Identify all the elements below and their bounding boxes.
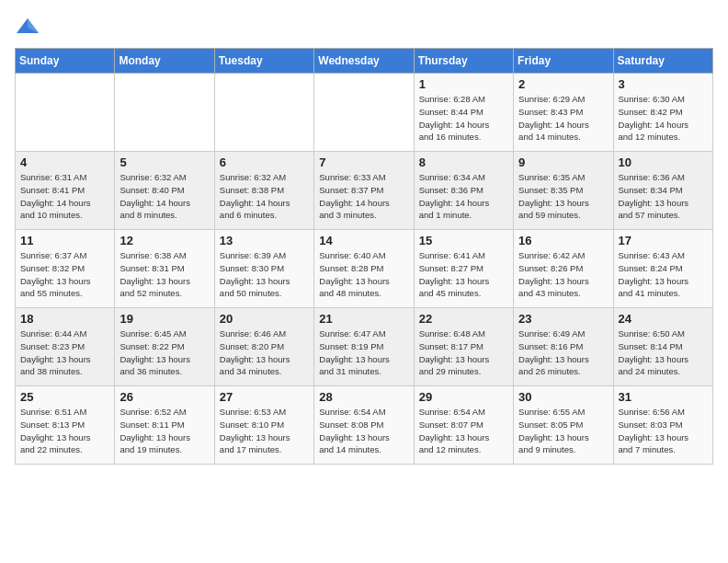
day-cell: 3Sunrise: 6:30 AM Sunset: 8:42 PM Daylig… (613, 74, 712, 152)
day-cell: 11Sunrise: 6:37 AM Sunset: 8:32 PM Dayli… (16, 230, 115, 308)
logo (15, 15, 44, 40)
day-number: 25 (20, 390, 109, 404)
day-cell: 8Sunrise: 6:34 AM Sunset: 8:36 PM Daylig… (414, 152, 513, 230)
day-info: Sunrise: 6:31 AM Sunset: 8:41 PM Dayligh… (20, 171, 109, 222)
day-cell: 14Sunrise: 6:40 AM Sunset: 8:28 PM Dayli… (314, 230, 414, 308)
day-header-wednesday: Wednesday (314, 49, 414, 74)
calendar-table: SundayMondayTuesdayWednesdayThursdayFrid… (15, 48, 713, 465)
day-cell: 5Sunrise: 6:32 AM Sunset: 8:40 PM Daylig… (115, 152, 214, 230)
day-number: 19 (119, 312, 209, 326)
day-number: 16 (518, 234, 608, 247)
day-header-monday: Monday (115, 49, 214, 74)
day-number: 10 (619, 155, 708, 169)
day-info: Sunrise: 6:30 AM Sunset: 8:42 PM Dayligh… (619, 93, 708, 144)
day-info: Sunrise: 6:36 AM Sunset: 8:34 PM Dayligh… (619, 171, 708, 222)
day-header-saturday: Saturday (613, 49, 712, 74)
day-cell: 10Sunrise: 6:36 AM Sunset: 8:34 PM Dayli… (613, 152, 712, 230)
day-number: 13 (220, 234, 309, 247)
day-info: Sunrise: 6:29 AM Sunset: 8:43 PM Dayligh… (518, 93, 608, 144)
day-info: Sunrise: 6:56 AM Sunset: 8:03 PM Dayligh… (619, 406, 708, 456)
day-header-thursday: Thursday (414, 49, 513, 74)
day-number: 30 (518, 390, 608, 404)
day-number: 18 (20, 312, 109, 326)
day-info: Sunrise: 6:38 AM Sunset: 8:31 PM Dayligh… (119, 249, 209, 300)
day-number: 14 (319, 234, 408, 247)
day-header-friday: Friday (514, 49, 613, 74)
day-number: 20 (220, 312, 309, 326)
day-number: 12 (119, 234, 209, 247)
day-number: 28 (319, 390, 408, 404)
day-number: 9 (518, 155, 608, 169)
day-info: Sunrise: 6:39 AM Sunset: 8:30 PM Dayligh… (220, 249, 309, 300)
day-cell: 4Sunrise: 6:31 AM Sunset: 8:41 PM Daylig… (16, 152, 115, 230)
day-info: Sunrise: 6:55 AM Sunset: 8:05 PM Dayligh… (518, 406, 608, 456)
day-cell: 29Sunrise: 6:54 AM Sunset: 8:07 PM Dayli… (414, 386, 513, 465)
day-number: 7 (319, 155, 408, 169)
day-info: Sunrise: 6:49 AM Sunset: 8:16 PM Dayligh… (518, 327, 608, 378)
day-cell: 24Sunrise: 6:50 AM Sunset: 8:14 PM Dayli… (613, 308, 712, 386)
day-cell: 7Sunrise: 6:33 AM Sunset: 8:37 PM Daylig… (314, 152, 414, 230)
day-cell: 13Sunrise: 6:39 AM Sunset: 8:30 PM Dayli… (214, 230, 313, 308)
day-cell: 18Sunrise: 6:44 AM Sunset: 8:23 PM Dayli… (16, 308, 115, 386)
day-cell: 17Sunrise: 6:43 AM Sunset: 8:24 PM Dayli… (613, 230, 712, 308)
day-info: Sunrise: 6:45 AM Sunset: 8:22 PM Dayligh… (119, 327, 209, 378)
day-number: 8 (419, 155, 508, 169)
day-number: 27 (220, 390, 309, 404)
day-number: 2 (518, 77, 608, 91)
day-number: 4 (20, 155, 109, 169)
day-cell: 6Sunrise: 6:32 AM Sunset: 8:38 PM Daylig… (214, 152, 313, 230)
day-number: 11 (20, 234, 109, 247)
day-cell: 1Sunrise: 6:28 AM Sunset: 8:44 PM Daylig… (414, 74, 513, 152)
day-info: Sunrise: 6:42 AM Sunset: 8:26 PM Dayligh… (518, 249, 608, 300)
day-info: Sunrise: 6:41 AM Sunset: 8:27 PM Dayligh… (419, 249, 508, 300)
day-number: 31 (619, 390, 708, 404)
day-info: Sunrise: 6:54 AM Sunset: 8:08 PM Dayligh… (319, 406, 408, 456)
week-row-4: 18Sunrise: 6:44 AM Sunset: 8:23 PM Dayli… (16, 308, 713, 386)
week-row-1: 1Sunrise: 6:28 AM Sunset: 8:44 PM Daylig… (16, 74, 713, 152)
day-number: 17 (619, 234, 708, 247)
day-header-tuesday: Tuesday (214, 49, 313, 74)
day-info: Sunrise: 6:32 AM Sunset: 8:38 PM Dayligh… (220, 171, 309, 222)
day-info: Sunrise: 6:40 AM Sunset: 8:28 PM Dayligh… (319, 249, 408, 300)
day-cell (214, 74, 313, 152)
day-header-sunday: Sunday (16, 49, 115, 74)
day-number: 22 (419, 312, 508, 326)
day-cell: 2Sunrise: 6:29 AM Sunset: 8:43 PM Daylig… (514, 74, 613, 152)
day-number: 3 (619, 77, 708, 91)
page-header (15, 15, 713, 40)
day-cell: 30Sunrise: 6:55 AM Sunset: 8:05 PM Dayli… (514, 386, 613, 465)
day-cell: 9Sunrise: 6:35 AM Sunset: 8:35 PM Daylig… (514, 152, 613, 230)
day-cell: 26Sunrise: 6:52 AM Sunset: 8:11 PM Dayli… (115, 386, 214, 465)
day-cell: 16Sunrise: 6:42 AM Sunset: 8:26 PM Dayli… (514, 230, 613, 308)
day-info: Sunrise: 6:43 AM Sunset: 8:24 PM Dayligh… (619, 249, 708, 300)
day-info: Sunrise: 6:51 AM Sunset: 8:13 PM Dayligh… (20, 406, 109, 456)
day-cell: 27Sunrise: 6:53 AM Sunset: 8:10 PM Dayli… (214, 386, 313, 465)
day-info: Sunrise: 6:32 AM Sunset: 8:40 PM Dayligh… (119, 171, 209, 222)
week-row-3: 11Sunrise: 6:37 AM Sunset: 8:32 PM Dayli… (16, 230, 713, 308)
day-info: Sunrise: 6:46 AM Sunset: 8:20 PM Dayligh… (220, 327, 309, 378)
day-number: 15 (419, 234, 508, 247)
day-cell (314, 74, 414, 152)
day-cell (16, 74, 115, 152)
day-number: 5 (119, 155, 209, 169)
day-info: Sunrise: 6:28 AM Sunset: 8:44 PM Dayligh… (419, 93, 508, 144)
day-info: Sunrise: 6:53 AM Sunset: 8:10 PM Dayligh… (220, 406, 309, 456)
day-cell: 19Sunrise: 6:45 AM Sunset: 8:22 PM Dayli… (115, 308, 214, 386)
day-cell: 28Sunrise: 6:54 AM Sunset: 8:08 PM Dayli… (314, 386, 414, 465)
day-info: Sunrise: 6:54 AM Sunset: 8:07 PM Dayligh… (419, 406, 508, 456)
day-cell (115, 74, 214, 152)
day-number: 1 (419, 77, 508, 91)
day-cell: 20Sunrise: 6:46 AM Sunset: 8:20 PM Dayli… (214, 308, 313, 386)
day-cell: 21Sunrise: 6:47 AM Sunset: 8:19 PM Dayli… (314, 308, 414, 386)
day-cell: 15Sunrise: 6:41 AM Sunset: 8:27 PM Dayli… (414, 230, 513, 308)
day-cell: 22Sunrise: 6:48 AM Sunset: 8:17 PM Dayli… (414, 308, 513, 386)
day-number: 24 (619, 312, 708, 326)
week-row-5: 25Sunrise: 6:51 AM Sunset: 8:13 PM Dayli… (16, 386, 713, 465)
day-info: Sunrise: 6:44 AM Sunset: 8:23 PM Dayligh… (20, 327, 109, 378)
day-cell: 25Sunrise: 6:51 AM Sunset: 8:13 PM Dayli… (16, 386, 115, 465)
day-info: Sunrise: 6:48 AM Sunset: 8:17 PM Dayligh… (419, 327, 508, 378)
day-info: Sunrise: 6:52 AM Sunset: 8:11 PM Dayligh… (119, 406, 209, 456)
day-info: Sunrise: 6:34 AM Sunset: 8:36 PM Dayligh… (419, 171, 508, 222)
day-number: 29 (419, 390, 508, 404)
logo-icon (15, 15, 40, 40)
